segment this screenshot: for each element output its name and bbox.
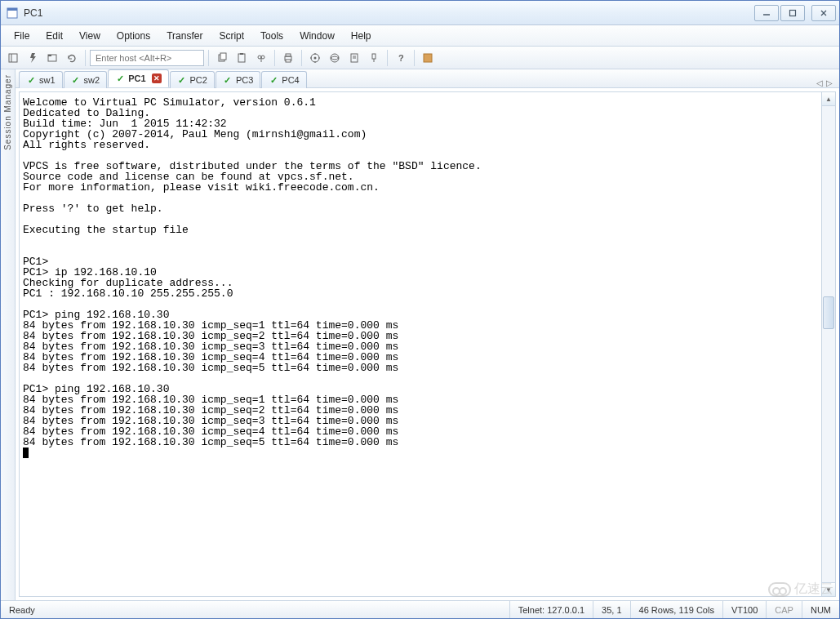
cursor xyxy=(23,448,29,458)
session-manager-icon[interactable] xyxy=(4,49,22,67)
svg-rect-18 xyxy=(286,54,291,56)
svg-rect-3 xyxy=(790,10,796,16)
tab-label: PC1 xyxy=(128,73,145,83)
properties-icon[interactable] xyxy=(306,49,324,67)
tab-label: PC3 xyxy=(236,75,253,85)
help-icon[interactable]: ? xyxy=(392,49,410,67)
toolbar-separator xyxy=(414,50,415,66)
host-input[interactable] xyxy=(90,50,204,66)
status-ready: Ready xyxy=(1,601,510,618)
connected-icon: ✓ xyxy=(223,75,233,85)
tab-pc2[interactable]: ✓ PC2 xyxy=(170,71,215,88)
tab-nav: ◁ ▷ xyxy=(816,78,836,87)
menu-transfer[interactable]: Transfer xyxy=(158,28,211,44)
tab-prev-icon[interactable]: ◁ xyxy=(816,78,823,87)
toolbar-separator xyxy=(274,50,275,66)
tabbar: ✓ sw1 ✓ sw2 ✓ PC1 ✕ ✓ PC2 ✓ xyxy=(16,69,839,88)
menu-options[interactable]: Options xyxy=(109,28,158,44)
svg-point-26 xyxy=(331,54,339,62)
toolbar: ? xyxy=(1,47,839,69)
find-icon[interactable] xyxy=(252,49,270,67)
reconnect-icon[interactable] xyxy=(63,49,81,67)
menu-script[interactable]: Script xyxy=(211,28,252,44)
global-options-icon[interactable] xyxy=(326,49,344,67)
keymap-icon[interactable] xyxy=(365,49,383,67)
terminal[interactable]: Welcome to Virtual PC Simulator, version… xyxy=(19,91,822,597)
svg-rect-19 xyxy=(286,60,291,62)
app-icon xyxy=(6,7,19,20)
tab-next-icon[interactable]: ▷ xyxy=(826,78,833,87)
svg-rect-6 xyxy=(9,54,17,62)
tab-pc3[interactable]: ✓ PC3 xyxy=(216,71,260,88)
paste-icon[interactable] xyxy=(233,49,251,67)
menubar: File Edit View Options Transfer Script T… xyxy=(1,25,839,47)
svg-point-15 xyxy=(261,56,264,59)
toolbar-separator xyxy=(301,50,302,66)
svg-rect-12 xyxy=(238,54,245,62)
scroll-thumb[interactable] xyxy=(823,296,834,329)
tab-sw2[interactable]: ✓ sw2 xyxy=(64,71,108,88)
quick-connect-icon[interactable] xyxy=(24,49,42,67)
tab-sw1[interactable]: ✓ sw1 xyxy=(19,71,63,88)
statusbar: Ready Telnet: 127.0.0.1 35, 1 46 Rows, 1… xyxy=(1,600,839,618)
svg-text:?: ? xyxy=(398,53,404,63)
svg-rect-33 xyxy=(424,54,432,62)
toolbar-separator xyxy=(85,50,86,66)
window-title: PC1 xyxy=(24,7,753,19)
sidebar-label: Session Manager xyxy=(3,74,12,150)
connect-in-tab-icon[interactable] xyxy=(43,49,61,67)
titlebar: PC1 xyxy=(1,1,839,25)
maximize-button[interactable] xyxy=(780,5,805,21)
menu-edit[interactable]: Edit xyxy=(38,28,71,44)
connected-icon: ✓ xyxy=(26,75,36,85)
tab-label: PC4 xyxy=(282,75,299,85)
tab-close-icon[interactable]: ✕ xyxy=(152,73,162,83)
app-window: PC1 File Edit View Options Transfer Scri… xyxy=(0,0,840,619)
vertical-scrollbar[interactable]: ▲ ▼ xyxy=(822,91,836,597)
scroll-up-icon[interactable]: ▲ xyxy=(822,92,835,106)
terminal-wrap: Welcome to Virtual PC Simulator, version… xyxy=(16,88,839,600)
toolbar-separator xyxy=(208,50,209,66)
menu-view[interactable]: View xyxy=(71,28,109,44)
toggle-icon[interactable] xyxy=(419,49,437,67)
status-telnet: Telnet: 127.0.0.1 xyxy=(510,601,593,618)
status-size: 46 Rows, 119 Cols xyxy=(631,601,723,618)
close-button[interactable] xyxy=(811,5,836,21)
svg-point-14 xyxy=(258,56,261,59)
scroll-down-icon[interactable]: ▼ xyxy=(822,582,835,596)
toolbar-separator xyxy=(387,50,388,66)
menu-window[interactable]: Window xyxy=(291,28,343,44)
svg-rect-11 xyxy=(220,53,226,60)
connected-icon: ✓ xyxy=(115,73,125,83)
svg-point-21 xyxy=(314,56,317,59)
session-manager-sidebar[interactable]: Session Manager xyxy=(1,69,16,600)
svg-rect-1 xyxy=(7,8,17,11)
menu-file[interactable]: File xyxy=(6,28,38,44)
copy-icon[interactable] xyxy=(213,49,231,67)
connected-icon: ✓ xyxy=(177,75,187,85)
status-cap: CAP xyxy=(767,601,802,618)
menu-tools[interactable]: Tools xyxy=(252,28,291,44)
tab-pc4[interactable]: ✓ PC4 xyxy=(261,71,306,88)
tab-label: PC2 xyxy=(190,75,207,85)
print-icon[interactable] xyxy=(279,49,297,67)
tab-label: sw1 xyxy=(39,75,56,85)
connected-icon: ✓ xyxy=(71,75,81,85)
window-controls xyxy=(753,5,836,21)
connected-icon: ✓ xyxy=(269,75,278,85)
svg-rect-9 xyxy=(48,55,51,56)
scroll-track[interactable] xyxy=(822,106,835,582)
tab-pc1[interactable]: ✓ PC1 ✕ xyxy=(108,69,168,87)
svg-rect-13 xyxy=(240,53,243,55)
tab-label: sw2 xyxy=(84,75,100,85)
menu-help[interactable]: Help xyxy=(343,28,380,44)
status-rowcol: 35, 1 xyxy=(593,601,630,618)
main-area: ✓ sw1 ✓ sw2 ✓ PC1 ✕ ✓ PC2 ✓ xyxy=(16,69,839,600)
status-num: NUM xyxy=(802,601,839,618)
status-emulation: VT100 xyxy=(723,601,767,618)
content-row: Session Manager ✓ sw1 ✓ sw2 ✓ PC1 ✕ xyxy=(1,69,839,600)
minimize-button[interactable] xyxy=(754,5,779,21)
trace-icon[interactable] xyxy=(345,49,363,67)
svg-rect-30 xyxy=(372,54,376,59)
